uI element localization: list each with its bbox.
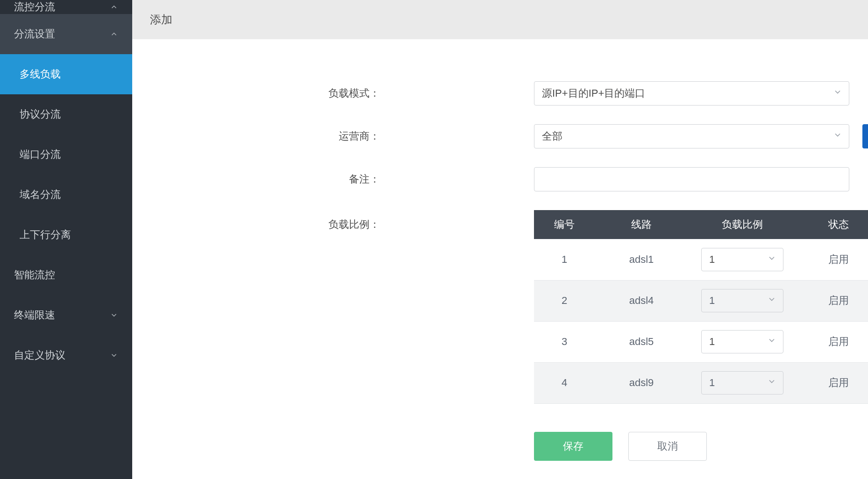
button-label: 取消 <box>657 439 678 453</box>
table-row: 3adsl51启用关闭 <box>534 321 868 362</box>
row-mode: 负载模式： 源IP+目的IP+目的端口 <box>132 81 868 106</box>
row-remark: 备注： <box>132 167 868 191</box>
sidebar-sub-domain[interactable]: 域名分流 <box>0 175 132 215</box>
cell-status: 启用 <box>797 280 868 321</box>
isp-select[interactable]: 全部 <box>534 124 849 148</box>
sidebar-submenu-shunt: 多线负载 协议分流 端口分流 域名分流 上下行分离 <box>0 54 132 255</box>
cell-line: adsl5 <box>595 321 688 362</box>
ratio-select-value: 1 <box>709 377 715 389</box>
actions-row: 保存 取消 <box>534 432 868 461</box>
form-area: 负载模式： 源IP+目的IP+目的端口 运营商： 全部 <box>132 39 868 461</box>
cell-ratio: 1 <box>688 280 797 321</box>
cell-line: adsl1 <box>595 239 688 280</box>
chevron-down-icon <box>110 311 118 319</box>
row-isp: 运营商： 全部 自定义运营商 <box>132 124 868 148</box>
label-ratio: 负载比例： <box>132 210 380 232</box>
sidebar-sub-multi-load[interactable]: 多线负载 <box>0 54 132 94</box>
sidebar-item-label: 自定义协议 <box>14 348 65 362</box>
chevron-down-icon <box>833 87 842 99</box>
sidebar-item-smart-flow[interactable]: 智能流控 <box>0 255 132 295</box>
label-isp: 运营商： <box>132 129 380 143</box>
sidebar-item-shunt-settings[interactable]: 分流设置 <box>0 14 132 54</box>
save-button[interactable]: 保存 <box>534 432 612 461</box>
cell-ratio: 1 <box>688 239 797 280</box>
chevron-up-icon <box>110 3 118 11</box>
page-title: 添加 <box>150 12 172 27</box>
chevron-down-icon <box>767 295 776 307</box>
ratio-select[interactable]: 1 <box>701 330 783 353</box>
sidebar-item-label: 流控分流 <box>14 0 55 14</box>
table-body: 1adsl11启用关闭2adsl41启用关闭3adsl51启用关闭4adsl91… <box>534 239 868 403</box>
sidebar-sub-port[interactable]: 端口分流 <box>0 134 132 175</box>
ratio-select-value: 1 <box>709 336 715 348</box>
chevron-down-icon <box>110 351 118 359</box>
sidebar: 流控分流 分流设置 多线负载 协议分流 端口分流 域名分流 上下行分离 智能流控… <box>0 0 132 479</box>
table-row: 2adsl41启用关闭 <box>534 280 868 321</box>
col-header-ratio: 负载比例 <box>688 210 797 239</box>
main-content: 添加 负载模式： 源IP+目的IP+目的端口 运营商： 全部 <box>132 0 868 479</box>
row-ratio: 负载比例： 编号 线路 负载比例 状态 操作 1adsl11启用关闭2adsl4… <box>132 210 868 404</box>
sidebar-item-label: 终端限速 <box>14 308 55 322</box>
sidebar-item-terminal-limit[interactable]: 终端限速 <box>0 295 132 335</box>
isp-select-value: 全部 <box>542 129 562 143</box>
remark-input[interactable] <box>534 167 849 191</box>
mode-select-value: 源IP+目的IP+目的端口 <box>542 86 645 100</box>
chevron-down-icon <box>833 130 842 142</box>
cell-line: adsl4 <box>595 280 688 321</box>
chevron-down-icon <box>767 336 776 348</box>
ratio-table: 编号 线路 负载比例 状态 操作 1adsl11启用关闭2adsl41启用关闭3… <box>534 210 868 404</box>
mode-select[interactable]: 源IP+目的IP+目的端口 <box>534 81 849 106</box>
sidebar-item-label: 分流设置 <box>14 27 55 41</box>
ratio-select-value: 1 <box>709 295 715 307</box>
col-header-status: 状态 <box>797 210 868 239</box>
ratio-select[interactable]: 1 <box>701 248 783 271</box>
cell-num: 2 <box>534 280 595 321</box>
sidebar-item-label: 端口分流 <box>20 148 61 162</box>
cell-status: 启用 <box>797 362 868 403</box>
label-remark: 备注： <box>132 172 380 186</box>
cell-line: adsl9 <box>595 362 688 403</box>
sidebar-item-flow-control[interactable]: 流控分流 <box>0 0 132 14</box>
sidebar-item-label: 智能流控 <box>14 268 55 282</box>
table-header-row: 编号 线路 负载比例 状态 操作 <box>534 210 868 239</box>
table-row: 4adsl91启用关闭 <box>534 362 868 403</box>
chevron-down-icon <box>767 377 776 389</box>
sidebar-item-label: 多线负载 <box>20 67 61 81</box>
sidebar-sub-updown[interactable]: 上下行分离 <box>0 215 132 255</box>
sidebar-item-label: 协议分流 <box>20 107 61 121</box>
col-header-line: 线路 <box>595 210 688 239</box>
cancel-button[interactable]: 取消 <box>628 432 707 461</box>
cell-num: 3 <box>534 321 595 362</box>
custom-isp-button[interactable]: 自定义运营商 <box>862 124 868 148</box>
label-mode: 负载模式： <box>132 86 380 100</box>
cell-num: 1 <box>534 239 595 280</box>
chevron-down-icon <box>767 254 776 266</box>
ratio-select[interactable]: 1 <box>701 289 783 312</box>
sidebar-item-label: 上下行分离 <box>20 228 71 242</box>
cell-num: 4 <box>534 362 595 403</box>
cell-status: 启用 <box>797 321 868 362</box>
button-label: 保存 <box>563 439 583 453</box>
sidebar-sub-protocol[interactable]: 协议分流 <box>0 94 132 134</box>
chevron-up-icon <box>110 30 118 38</box>
sidebar-item-custom-protocol[interactable]: 自定义协议 <box>0 335 132 375</box>
ratio-select[interactable]: 1 <box>701 371 783 394</box>
sidebar-item-label: 域名分流 <box>20 188 61 202</box>
table-row: 1adsl11启用关闭 <box>534 239 868 280</box>
cell-status: 启用 <box>797 239 868 280</box>
ratio-select-value: 1 <box>709 254 715 266</box>
page-header: 添加 <box>132 0 868 39</box>
cell-ratio: 1 <box>688 362 797 403</box>
col-header-num: 编号 <box>534 210 595 239</box>
cell-ratio: 1 <box>688 321 797 362</box>
